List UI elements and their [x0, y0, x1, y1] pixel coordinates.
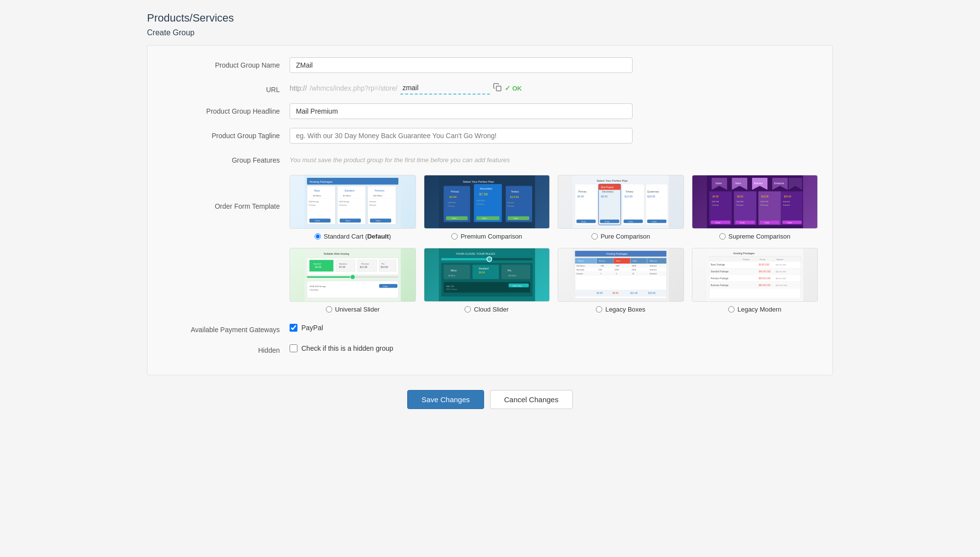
radio-standard[interactable]: [315, 233, 321, 240]
template-label-standard: Standard Cart (Default): [315, 233, 391, 240]
svg-text:Micro: Micro: [451, 269, 457, 272]
svg-text:$19.99: $19.99: [381, 266, 388, 268]
paypal-checkbox[interactable]: [290, 324, 297, 332]
svg-text:Order: Order: [787, 221, 792, 224]
order-form-template-label: Order Form Template: [162, 173, 290, 210]
svg-text:10 Domain: 10 Domain: [760, 204, 768, 206]
radio-supreme[interactable]: [719, 233, 726, 240]
template-thumb-supreme: Starter Home Business Enterprise $4.95 $…: [692, 175, 818, 229]
svg-rect-55: [622, 184, 644, 225]
svg-text:$100.00 USD: $100.00 USD: [775, 284, 787, 287]
product-group-tagline-input[interactable]: [290, 128, 633, 144]
template-label-universal: Universal Slider: [326, 306, 380, 313]
svg-text:Order: Order: [652, 220, 658, 223]
svg-rect-102: [735, 220, 755, 224]
product-group-name-input[interactable]: [290, 57, 633, 73]
template-label-premium: Premium Comparison: [451, 233, 522, 240]
paypal-label[interactable]: PayPal: [301, 324, 323, 332]
svg-text:$9.95: $9.95: [601, 195, 608, 198]
product-group-headline-input[interactable]: [290, 103, 633, 119]
svg-text:$13.99: $13.99: [510, 195, 518, 198]
svg-text:Enterprise: Enterprise: [774, 182, 784, 185]
svg-text:5 Domains: 5 Domains: [309, 289, 318, 291]
svg-rect-101: [710, 220, 730, 224]
radio-legacy-modern[interactable]: [728, 306, 735, 313]
radio-pure[interactable]: [591, 233, 598, 240]
svg-text:Premium: Premium: [361, 263, 369, 265]
payment-gateways-label: Available Payment Gateways: [162, 322, 290, 334]
radio-universal[interactable]: [326, 306, 332, 313]
svg-text:$4.99: $4.99: [449, 195, 457, 198]
svg-text:Order: Order: [605, 220, 610, 223]
svg-text:Gold: Gold: [633, 260, 637, 262]
svg-text:$9.95: $9.95: [737, 195, 743, 198]
svg-text:$40.00 USD: $40.00 USD: [759, 270, 770, 273]
url-ok-badge: ✓ OK: [505, 84, 522, 92]
group-features-row: Group Features You must save the product…: [162, 152, 818, 164]
svg-text:Unlimited: Unlimited: [650, 273, 657, 275]
product-group-headline-control: [290, 103, 818, 119]
template-label-cloud: Cloud Slider: [465, 306, 509, 313]
svg-text:Pro: Pro: [507, 269, 511, 272]
svg-rect-54: [599, 184, 621, 225]
svg-text:$29.95: $29.95: [647, 195, 656, 198]
svg-text:5GB: 5GB: [616, 265, 620, 267]
order-form-template-row: Order Form Template Hosting Packages: [162, 173, 818, 313]
svg-text:Order: Order: [513, 217, 518, 219]
svg-rect-0: [496, 86, 501, 91]
hidden-checkbox-label[interactable]: Check if this is a hidden group: [301, 344, 393, 352]
svg-text:Unlimited: Unlimited: [507, 202, 514, 204]
section-title: Create Group: [147, 28, 833, 37]
svg-text:RAM: 2GB: RAM: 2GB: [446, 286, 454, 288]
template-label-supreme: Supreme Comparison: [719, 233, 790, 240]
svg-rect-53: [575, 184, 597, 225]
svg-text:Product: Product: [743, 258, 750, 261]
hidden-checkbox[interactable]: [290, 344, 297, 352]
svg-text:Standard Package: Standard Package: [710, 270, 729, 273]
svg-point-136: [487, 257, 491, 262]
svg-rect-113: [336, 260, 355, 272]
product-group-headline-label: Product Group Headline: [162, 103, 290, 115]
hidden-row: Hidden Check if this is a hidden group: [162, 342, 818, 354]
svg-rect-193: [709, 257, 801, 262]
svg-text:CPU: 2 vCores: CPU: 2 vCores: [446, 289, 457, 291]
svg-text:$12.99: $12.99: [360, 266, 367, 268]
template-label-pure: Pure Comparison: [591, 233, 650, 240]
svg-text:Unlimited: Unlimited: [369, 201, 376, 203]
svg-text:$9.95 USD: $9.95 USD: [759, 264, 769, 266]
svg-text:Select Your Perfect Plan: Select Your Perfect Plan: [463, 180, 493, 183]
template-thumb-standard: Hosting Packages Basic Standard Premium …: [290, 175, 416, 229]
svg-text:25GB SSD: 25GB SSD: [760, 201, 768, 203]
template-thumb-universal: Reliable Web Hosting Standard $4.99 Busi…: [290, 248, 416, 302]
copy-icon[interactable]: [493, 83, 502, 94]
template-thumb-legacy-boxes: Hosting Packages Feature Bronze S: [558, 248, 684, 302]
svg-text:25GB: 25GB: [614, 269, 619, 271]
svg-rect-139: [472, 265, 499, 279]
url-slug-input[interactable]: [400, 82, 490, 95]
radio-legacy-boxes[interactable]: [596, 306, 602, 313]
svg-text:$7.99: $7.99: [479, 193, 488, 196]
svg-text:Business Package: Business Package: [710, 284, 729, 287]
svg-text:Most Popular: Most Popular: [601, 186, 613, 189]
svg-rect-112: [309, 260, 333, 272]
svg-text:Tertiary: Tertiary: [626, 191, 634, 193]
template-label-legacy-modern: Legacy Modern: [728, 306, 782, 313]
svg-text:$12.99/mo: $12.99/mo: [373, 194, 383, 197]
cancel-button[interactable]: Cancel Changes: [490, 390, 573, 409]
url-control: http:// /whmcs/index.php?rp=/store/ ✓ OK: [290, 82, 818, 95]
svg-text:1: 1: [601, 273, 602, 275]
svg-rect-103: [760, 220, 779, 224]
svg-text:Unlimited: Unlimited: [650, 265, 657, 267]
save-button[interactable]: Save Changes: [407, 390, 484, 409]
svg-text:1 Domain: 1 Domain: [447, 205, 455, 207]
svg-text:10GB SSD: 10GB SSD: [447, 202, 456, 204]
svg-text:1GB: 1GB: [601, 265, 605, 267]
svg-text:$12.95 USD: $12.95 USD: [775, 264, 785, 266]
radio-premium[interactable]: [451, 233, 458, 240]
group-features-control: You must save the product group for the …: [290, 152, 818, 164]
url-middle: /whmcs/index.php?rp=/store/: [310, 84, 397, 92]
radio-cloud[interactable]: [465, 306, 471, 313]
product-group-name-control: [290, 57, 818, 73]
svg-text:Standard: Standard: [344, 190, 354, 192]
svg-text:5 Domains: 5 Domains: [476, 203, 485, 205]
